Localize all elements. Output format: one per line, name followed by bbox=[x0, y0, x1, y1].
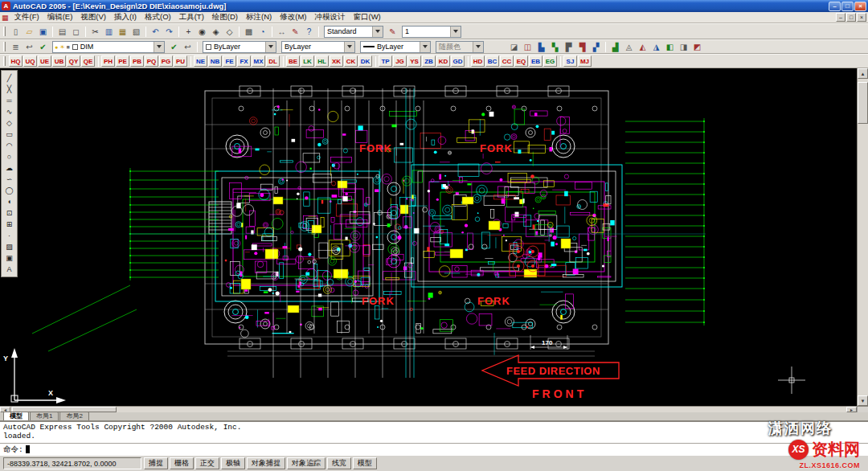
die-design-tool-23-icon[interactable]: CK bbox=[344, 55, 358, 67]
die-design-tool-26-icon[interactable]: JG bbox=[393, 55, 407, 67]
layoff-icon[interactable]: ▛ bbox=[562, 41, 575, 53]
vertical-scroll-thumb[interactable] bbox=[858, 82, 868, 124]
zoom-previous-icon[interactable]: ◇ bbox=[223, 26, 236, 38]
die-design-tool-16-icon[interactable]: FX bbox=[237, 55, 251, 67]
vertical-scroll-track[interactable] bbox=[858, 124, 868, 395]
toggle-grid[interactable]: 栅格 bbox=[170, 457, 194, 469]
laylck-icon[interactable]: ▜ bbox=[575, 41, 589, 53]
command-prompt[interactable]: 命令: bbox=[0, 443, 868, 455]
horizontal-scroll-track[interactable] bbox=[117, 407, 846, 412]
layers-dialog-icon[interactable]: ≣ bbox=[9, 41, 23, 53]
die-design-tool-11-icon[interactable]: PG bbox=[159, 55, 173, 67]
layer-previous-icon[interactable]: ↩ bbox=[23, 41, 36, 53]
menu-item-file[interactable]: 文件(F) bbox=[10, 12, 43, 23]
plot-icon[interactable]: ▤ bbox=[55, 26, 69, 38]
open-icon[interactable]: ▱ bbox=[23, 26, 36, 38]
menu-item-tools[interactable]: 工具(T) bbox=[175, 12, 208, 23]
revision-cloud-icon[interactable]: ☁ bbox=[2, 162, 16, 174]
ellipse-icon[interactable]: ◯ bbox=[2, 185, 16, 196]
drawing-canvas[interactable]: 170FORKFORKFORKFORKFEED DIRECTIONFRONTYX… bbox=[0, 68, 857, 406]
menu-item-dimension[interactable]: 标注(N) bbox=[242, 12, 276, 23]
die-design-tool-25-icon[interactable]: TP bbox=[379, 55, 392, 67]
die-design-tool-33-icon[interactable]: CC bbox=[500, 55, 514, 67]
menu-item-draw[interactable]: 绘图(D) bbox=[208, 12, 242, 23]
line-icon[interactable]: ╱ bbox=[2, 72, 16, 84]
pan-realtime-icon[interactable]: + bbox=[182, 26, 195, 38]
lineweight-combo[interactable]: ByLayer bbox=[360, 41, 431, 53]
die-design-tool-35-icon[interactable]: EB bbox=[529, 55, 542, 67]
die-design-tool-3-icon[interactable]: UE bbox=[38, 55, 51, 67]
undo-icon[interactable]: ↶ bbox=[149, 26, 162, 38]
redo-icon[interactable]: ↷ bbox=[162, 26, 176, 38]
construction-line-icon[interactable]: ╳ bbox=[2, 84, 16, 95]
cut-icon[interactable]: ✂ bbox=[88, 26, 102, 38]
menu-item-view[interactable]: 视图(V) bbox=[76, 12, 110, 23]
plot-preview-icon[interactable]: ◻ bbox=[69, 26, 83, 38]
spline-icon[interactable]: ∽ bbox=[2, 174, 16, 185]
circle-icon[interactable]: ○ bbox=[2, 151, 16, 162]
die-design-tool-8-icon[interactable]: PE bbox=[116, 55, 129, 67]
die-design-tool-24-icon[interactable]: DK bbox=[358, 55, 372, 67]
mtext-icon[interactable]: A bbox=[2, 264, 16, 275]
make-block-icon[interactable]: ⊞ bbox=[2, 219, 16, 230]
die-design-tool-21-icon[interactable]: HL bbox=[315, 55, 329, 67]
die-design-tool-31-icon[interactable]: HD bbox=[471, 55, 485, 67]
menu-item-format[interactable]: 格式(O) bbox=[141, 12, 175, 23]
die-design-tool-12-icon[interactable]: PU bbox=[174, 55, 187, 67]
die-design-tool-29-icon[interactable]: KD bbox=[436, 55, 450, 67]
die-design-tool-36-icon[interactable]: EG bbox=[543, 55, 557, 67]
save-icon[interactable]: ▣ bbox=[36, 26, 50, 38]
layer-previous-icon[interactable]: ↩ bbox=[181, 41, 194, 53]
menu-item-die-design[interactable]: 冲模设计 bbox=[310, 12, 349, 23]
command-window[interactable]: AutoCAD Express Tools Copyright ?2000 Au… bbox=[0, 421, 868, 455]
die-design-tool-27-icon[interactable]: YS bbox=[407, 55, 421, 67]
die-design-tool-5-icon[interactable]: QY bbox=[67, 55, 80, 67]
scroll-up-button[interactable]: ▲ bbox=[858, 68, 868, 79]
die-design-tool-13-icon[interactable]: NE bbox=[194, 55, 207, 67]
scroll-right-button[interactable]: ► bbox=[846, 407, 857, 412]
layfrz-icon[interactable]: ▚ bbox=[548, 41, 562, 53]
hatch-icon[interactable]: ▨ bbox=[2, 241, 16, 252]
region-icon[interactable]: ▣ bbox=[2, 252, 16, 264]
die-design-tool-18-icon[interactable]: DL bbox=[266, 55, 280, 67]
distance-icon[interactable]: ↔ bbox=[275, 26, 289, 38]
stretch-multiple-icon[interactable]: ◮ bbox=[649, 41, 663, 53]
menu-item-insert[interactable]: 插入(I) bbox=[110, 12, 141, 23]
named-views-icon[interactable]: ▩ bbox=[242, 26, 256, 38]
laycur-icon[interactable]: ◫ bbox=[521, 41, 534, 53]
copy-nested-icon[interactable]: ▟ bbox=[608, 41, 622, 53]
paste-icon[interactable]: ▦ bbox=[116, 26, 129, 38]
mdi-minimize-button[interactable]: – bbox=[836, 13, 845, 22]
die-design-tool-32-icon[interactable]: BC bbox=[485, 55, 499, 67]
die-design-tool-28-icon[interactable]: ZB bbox=[422, 55, 436, 67]
mdi-restore-button[interactable]: □ bbox=[846, 13, 856, 22]
horizontal-scrollbar[interactable]: ◄ ► bbox=[0, 406, 868, 412]
die-design-tool-34-icon[interactable]: EQ bbox=[514, 55, 528, 67]
die-design-tool-38-icon[interactable]: MJ bbox=[578, 55, 592, 67]
align-tool-icon[interactable]: ◧ bbox=[663, 41, 677, 53]
die-design-tool-37-icon[interactable]: SJ bbox=[563, 55, 577, 67]
make-object-layer-current-icon[interactable]: ✔ bbox=[36, 41, 50, 53]
toggle-model[interactable]: 模型 bbox=[353, 457, 377, 469]
toggle-lwt[interactable]: 线宽 bbox=[327, 457, 351, 469]
move-copy-icon[interactable]: ◭ bbox=[636, 41, 649, 53]
menu-item-window[interactable]: 窗口(W) bbox=[349, 12, 384, 23]
toggle-snap[interactable]: 捕捉 bbox=[144, 457, 168, 469]
die-design-tool-1-icon[interactable]: HQ bbox=[9, 55, 23, 67]
polygon-icon[interactable]: ◇ bbox=[2, 117, 16, 129]
maximize-button[interactable]: □ bbox=[841, 2, 854, 11]
die-design-tool-15-icon[interactable]: FE bbox=[223, 55, 236, 67]
die-design-tool-6-icon[interactable]: QE bbox=[81, 55, 95, 67]
zoom-window-icon[interactable]: ◈ bbox=[209, 26, 223, 38]
help-icon[interactable]: ? bbox=[302, 26, 316, 38]
die-design-tool-30-icon[interactable]: GD bbox=[451, 55, 465, 67]
toggle-otrack[interactable]: 对象追踪 bbox=[287, 457, 326, 469]
redraw-icon[interactable]: ✎ bbox=[289, 26, 302, 38]
toggle-ortho[interactable]: 正交 bbox=[195, 457, 219, 469]
linetype-combo[interactable]: ByLayer bbox=[281, 41, 355, 53]
copy-icon[interactable]: ▥ bbox=[102, 26, 116, 38]
tab-layout2[interactable]: 布局2 bbox=[59, 412, 88, 420]
co-tool-icon[interactable]: ◩ bbox=[690, 41, 704, 53]
zoom-realtime-icon[interactable]: ◉ bbox=[195, 26, 209, 38]
layiso-icon[interactable]: ▙ bbox=[534, 41, 548, 53]
